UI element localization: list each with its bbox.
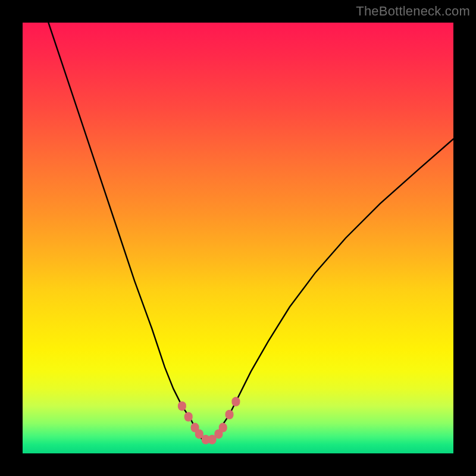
bottleneck-curve	[48, 23, 453, 440]
plot-area	[23, 23, 453, 453]
marker-point	[226, 410, 234, 419]
watermark-text: TheBottleneck.com	[356, 4, 470, 19]
curve-layer	[23, 23, 453, 453]
marker-point	[219, 423, 227, 433]
chart-frame: TheBottleneck.com	[0, 0, 476, 476]
marker-point	[178, 401, 186, 411]
marker-point	[231, 397, 240, 406]
marker-point	[184, 412, 193, 422]
highlight-markers	[178, 397, 240, 444]
